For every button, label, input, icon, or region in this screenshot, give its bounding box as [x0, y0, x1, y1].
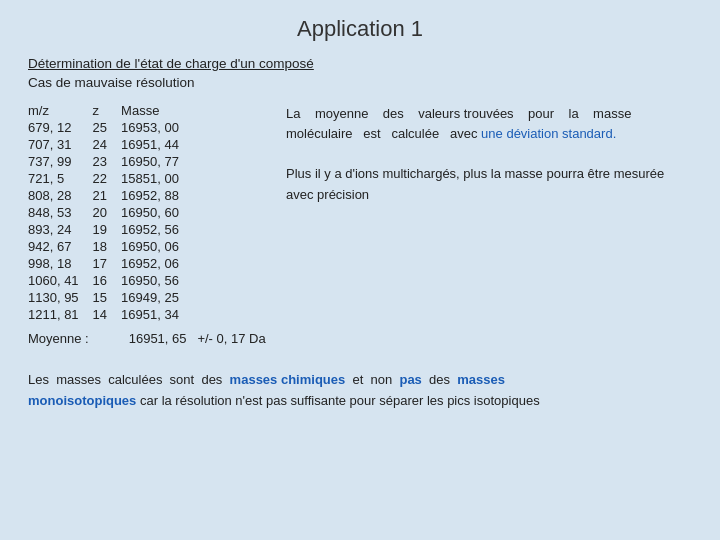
table-row: 893, 241916952, 56 — [28, 221, 193, 238]
table-cell: 808, 28 — [28, 187, 93, 204]
footer-after: car la résolution n'est pas suffisante p… — [136, 393, 539, 408]
footer-bold2: pas — [399, 372, 421, 387]
moyenne-number: 16951, 65 — [129, 331, 187, 346]
table-cell: 15 — [93, 289, 121, 306]
table-row: 721, 52215851, 00 — [28, 170, 193, 187]
table-cell: 24 — [93, 136, 121, 153]
moyenne-row: Moyenne : 16951, 65 +/- 0, 17 Da — [28, 331, 268, 346]
table-cell: 707, 31 — [28, 136, 93, 153]
table-cell: 1130, 95 — [28, 289, 93, 306]
table-cell: 16950, 06 — [121, 238, 193, 255]
table-row: 1130, 951516949, 25 — [28, 289, 193, 306]
table-cell: 16950, 60 — [121, 204, 193, 221]
right-para1: La moyenne des valeurs trouvées pour la … — [286, 104, 692, 144]
footer-text: Les masses calculées sont des masses chi… — [28, 370, 692, 412]
moyenne-value: 16951, 65 +/- 0, 17 Da — [129, 331, 266, 346]
right-para1-blue: une déviation standard. — [481, 126, 616, 141]
table-cell: 22 — [93, 170, 121, 187]
page: Application 1 Détermination de l'état de… — [0, 0, 720, 540]
right-description: La moyenne des valeurs trouvées pour la … — [286, 102, 692, 346]
table-cell: 19 — [93, 221, 121, 238]
table-cell: 1211, 81 — [28, 306, 93, 323]
table-row: 998, 181716952, 06 — [28, 255, 193, 272]
table-row: 1060, 411616950, 56 — [28, 272, 193, 289]
table-cell: 17 — [93, 255, 121, 272]
footer-bold1: masses chimiques — [230, 372, 346, 387]
subtitle1: Détermination de l'état de charge d'un c… — [28, 56, 692, 71]
table-cell: 18 — [93, 238, 121, 255]
table-cell: 23 — [93, 153, 121, 170]
content-area: m/z z Masse 679, 122516953, 00707, 31241… — [28, 102, 692, 346]
table-cell: 16952, 56 — [121, 221, 193, 238]
table-row: 1211, 811416951, 34 — [28, 306, 193, 323]
footer-before: Les masses calculées sont des — [28, 372, 230, 387]
table-cell: 16949, 25 — [121, 289, 193, 306]
table-cell: 721, 5 — [28, 170, 93, 187]
table-cell: 14 — [93, 306, 121, 323]
right-para2: Plus il y a d'ions multichargés, plus la… — [286, 164, 692, 204]
page-title: Application 1 — [28, 16, 692, 42]
col-header-masse: Masse — [121, 102, 193, 119]
table-cell: 16950, 56 — [121, 272, 193, 289]
table-cell: 16951, 44 — [121, 136, 193, 153]
data-table: m/z z Masse 679, 122516953, 00707, 31241… — [28, 102, 268, 346]
table-row: 808, 282116952, 88 — [28, 187, 193, 204]
table-row: 707, 312416951, 44 — [28, 136, 193, 153]
table-cell: 16 — [93, 272, 121, 289]
table-cell: 16952, 88 — [121, 187, 193, 204]
col-header-z: z — [93, 102, 121, 119]
col-header-mz: m/z — [28, 102, 93, 119]
footer-mid2: des — [422, 372, 457, 387]
table-cell: 893, 24 — [28, 221, 93, 238]
subtitle2: Cas de mauvaise résolution — [28, 75, 692, 90]
table-cell: 1060, 41 — [28, 272, 93, 289]
table-cell: 848, 53 — [28, 204, 93, 221]
table-cell: 679, 12 — [28, 119, 93, 136]
table-row: 942, 671816950, 06 — [28, 238, 193, 255]
table-cell: 16950, 77 — [121, 153, 193, 170]
table-row: 679, 122516953, 00 — [28, 119, 193, 136]
table-cell: 25 — [93, 119, 121, 136]
table-row: 848, 532016950, 60 — [28, 204, 193, 221]
moyenne-suffix: +/- 0, 17 Da — [197, 331, 265, 346]
footer-mid1: et non — [345, 372, 399, 387]
table-cell: 15851, 00 — [121, 170, 193, 187]
table-cell: 21 — [93, 187, 121, 204]
table-cell: 20 — [93, 204, 121, 221]
moyenne-label: Moyenne : — [28, 331, 89, 346]
table-cell: 942, 67 — [28, 238, 93, 255]
table-cell: 16953, 00 — [121, 119, 193, 136]
table-cell: 998, 18 — [28, 255, 93, 272]
table-cell: 737, 99 — [28, 153, 93, 170]
table-row: 737, 992316950, 77 — [28, 153, 193, 170]
table-cell: 16952, 06 — [121, 255, 193, 272]
table-cell: 16951, 34 — [121, 306, 193, 323]
